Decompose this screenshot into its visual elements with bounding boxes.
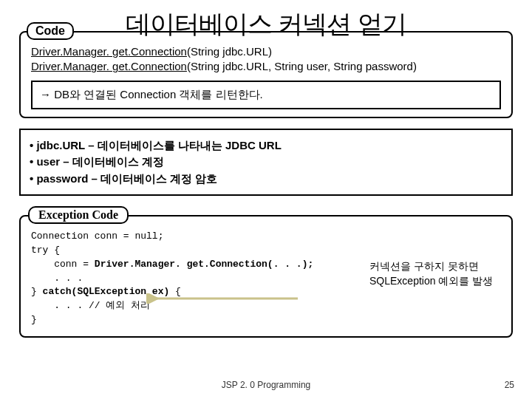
note-line-2: SQLException 예외를 발생	[369, 274, 495, 289]
signature-line-1: Driver.Manager. get.Connection(String jd…	[31, 44, 501, 59]
code-box-label: Code	[27, 22, 74, 40]
code-line-7: }	[31, 314, 37, 325]
code-line-3b: Driver.Manager. get.Connection(. . .);	[95, 259, 313, 270]
sig2-params: (String jdbc.URL, String user, String pa…	[187, 60, 417, 72]
exception-note: 커넥션을 구하지 못하면 SQLException 예외를 발생	[369, 259, 495, 288]
code-line-5c: {	[169, 286, 181, 297]
exception-box: Exception Code Connection conn = null; t…	[19, 215, 513, 338]
footer: JSP 2. 0 Programming 25	[0, 380, 532, 390]
code-line-1: Connection conn = null;	[31, 231, 163, 242]
bullet-password: • password – 데이터베이스 계정 암호	[30, 171, 502, 188]
bullet-user: • user – 데이터베이스 계정	[30, 154, 502, 171]
params-box: • jdbc.URL – 데이터베이스를 나타내는 JDBC URL • use…	[19, 129, 513, 197]
code-box: Code Driver.Manager. get.Connection(Stri…	[19, 31, 513, 118]
code-line-5a: }	[31, 286, 43, 297]
note-line-1: 커넥션을 구하지 못하면	[369, 259, 495, 274]
code-line-6: . . . // 예외 처리	[31, 300, 150, 311]
footer-center: JSP 2. 0 Programming	[0, 380, 532, 390]
signature-line-2: Driver.Manager. get.Connection(String jd…	[31, 59, 501, 74]
page-number: 25	[505, 380, 514, 390]
bullet-jdbcurl: • jdbc.URL – 데이터베이스를 나타내는 JDBC URL	[30, 137, 502, 154]
exception-box-label: Exception Code	[28, 206, 129, 224]
code-line-4: . . .	[31, 273, 83, 284]
sig2-method: Driver.Manager. get.Connection	[31, 60, 187, 72]
code-line-2: try {	[31, 245, 60, 256]
sig1-method: Driver.Manager. get.Connection	[31, 45, 187, 58]
code-line-3a: conn =	[31, 259, 95, 270]
sig1-params: (String jdbc.URL)	[187, 45, 272, 58]
return-desc: → DB와 연결된 Connection 객체를 리턴한다.	[31, 81, 501, 109]
code-line-5b: catch(SQLException ex)	[43, 286, 170, 297]
